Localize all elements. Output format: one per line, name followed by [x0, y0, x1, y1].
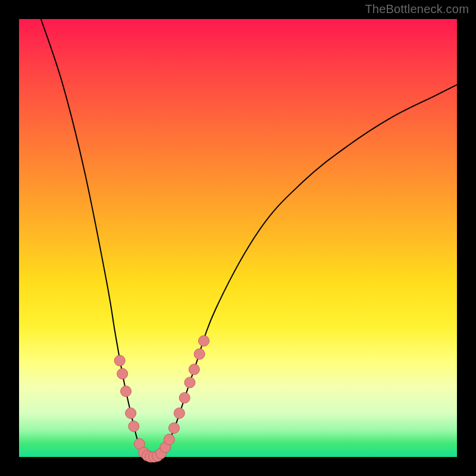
highlight-dot	[169, 422, 180, 433]
bottleneck-chart	[19, 19, 457, 457]
watermark-text: TheBottleneck.com	[365, 2, 469, 16]
highlight-dot	[129, 421, 139, 431]
highlight-dot	[114, 355, 125, 366]
highlight-dot	[179, 393, 190, 403]
highlight-dots-group	[114, 336, 209, 462]
highlight-dot	[126, 408, 136, 418]
highlight-dot	[174, 408, 184, 418]
highlight-dot	[117, 368, 128, 379]
highlight-dot	[184, 377, 195, 388]
bottleneck-curve-line	[41, 19, 457, 458]
highlight-dot	[189, 364, 199, 375]
highlight-dot	[164, 434, 174, 445]
plot-area	[19, 19, 457, 457]
highlight-dot	[194, 349, 205, 359]
chart-stage: TheBottleneck.com	[0, 0, 476, 476]
highlight-dot	[121, 386, 131, 397]
highlight-dot	[199, 336, 209, 346]
